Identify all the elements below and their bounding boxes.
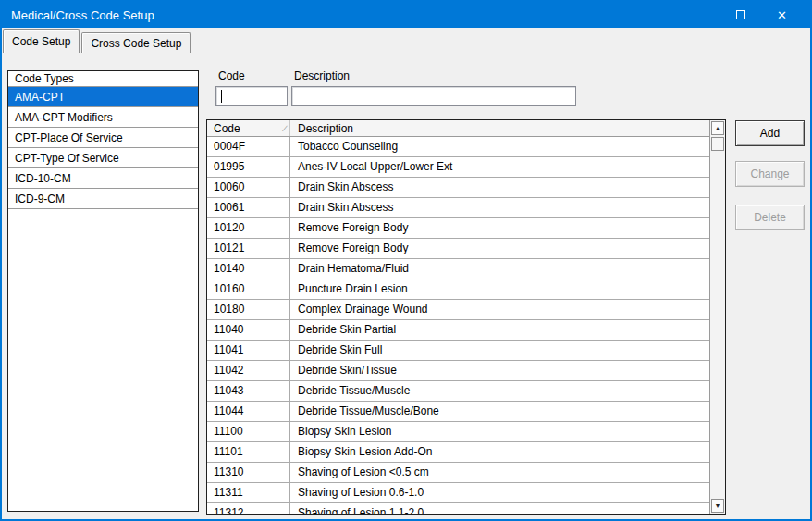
scroll-up-button[interactable]: ▲ [711,121,724,135]
delete-button: Delete [735,205,805,230]
code-input[interactable] [215,86,288,106]
description-label: Description [294,69,350,82]
table-row[interactable]: 10061Drain Skin Abscess [207,198,709,218]
table-row[interactable]: 11311Shaving of Lesion 0.6-1.0 [207,483,709,503]
code-types-list: Code Types AMA-CPTAMA-CPT ModifiersCPT-P… [7,70,199,512]
cell-code: 10061 [207,198,290,217]
title-bar: Medical/Cross Code Setup ✕ [2,2,810,28]
column-header-code[interactable]: Code ∕ [207,120,290,136]
table-row[interactable]: 11310Shaving of Lesion <0.5 cm [207,463,709,483]
close-icon: ✕ [777,9,787,21]
table-row[interactable]: 11100Biopsy Skin Lesion [207,422,709,442]
window-title: Medical/Cross Code Setup [2,8,154,22]
scroll-up-icon: ▲ [715,125,721,131]
table-row[interactable]: 10180Complex Drainage Wound [207,300,709,320]
table-row[interactable]: 10140Drain Hematoma/Fluid [207,259,709,279]
table-row[interactable]: 11041Debride Skin Full [207,341,709,361]
table-body: 0004FTobacco Counseling01995Anes-IV Loca… [207,137,709,514]
table-row[interactable]: 11043Debride Tissue/Muscle [207,381,709,402]
cell-code: 10160 [207,279,290,299]
maximize-icon [736,10,745,19]
description-input[interactable] [291,86,576,106]
code-type-cpt-place-of-service[interactable]: CPT-Place Of Service [8,128,198,148]
add-button[interactable]: Add [735,120,805,146]
cell-code: 10120 [207,218,290,238]
table-row[interactable]: 0004FTobacco Counseling [207,137,709,157]
cell-description: Biopsy Skin Lesion [290,422,709,441]
cell-description: Drain Skin Abscess [290,178,709,197]
code-type-ama-cpt[interactable]: AMA-CPT [8,87,198,107]
change-button: Change [735,161,805,187]
code-type-ama-cpt-modifiers[interactable]: AMA-CPT Modifiers [8,107,198,128]
cell-description: Shaving of Lesion <0.5 cm [290,463,709,482]
tab-code-setup[interactable]: Code Setup [3,29,80,53]
close-button[interactable]: ✕ [761,2,803,28]
cell-code: 11100 [207,422,290,441]
table-row[interactable]: 11101Biopsy Skin Lesion Add-On [207,442,709,463]
cell-description: Biopsy Skin Lesion Add-On [290,442,709,462]
cell-code: 11310 [207,463,290,482]
scroll-down-icon: ▼ [715,502,721,509]
column-header-description[interactable]: Description [290,120,709,136]
table-row[interactable]: 11044Debride Tissue/Muscle/Bone [207,402,709,422]
tab-cross-code-setup[interactable]: Cross Code Setup [81,32,191,53]
dialog-window: Medical/Cross Code Setup ✕ Code SetupCro… [0,0,812,521]
table-row[interactable]: 11312Shaving of Lesion 1.1-2.0 [207,503,709,514]
cell-description: Remove Foreign Body [290,239,709,258]
sort-ascending-icon: ∕ [284,124,286,133]
cell-code: 11311 [207,483,290,502]
cell-description: Debride Tissue/Muscle [290,381,709,401]
vertical-scrollbar[interactable]: ▲ ▼ [709,120,725,514]
cell-code: 11312 [207,503,290,514]
code-types-header: Code Types [8,71,198,87]
cell-code: 11044 [207,402,290,421]
window-controls: ✕ [720,2,803,28]
table-row[interactable]: 11042Debride Skin/Tissue [207,361,709,381]
code-type-icd-9-cm[interactable]: ICD-9-CM [8,189,198,209]
cell-description: Complex Drainage Wound [290,300,709,319]
scrollbar-thumb[interactable] [711,137,724,151]
codes-table: Code ∕ Description 0004FTobacco Counseli… [206,119,726,515]
cell-description: Tobacco Counseling [290,137,709,156]
cell-description: Drain Hematoma/Fluid [290,259,709,279]
table-row[interactable]: 01995Anes-IV Local Upper/Lower Ext [207,157,709,178]
table-row[interactable]: 10121Remove Foreign Body [207,239,709,259]
cell-description: Anes-IV Local Upper/Lower Ext [290,157,709,177]
table-header: Code ∕ Description [207,120,709,137]
cell-code: 10140 [207,259,290,279]
cell-code: 10121 [207,239,290,258]
cell-description: Drain Skin Abscess [290,198,709,217]
table-row[interactable]: 10120Remove Foreign Body [207,218,709,239]
cell-description: Debride Tissue/Muscle/Bone [290,402,709,421]
cell-code: 11101 [207,442,290,462]
cell-description: Shaving of Lesion 0.6-1.0 [290,483,709,502]
cell-description: Debride Skin/Tissue [290,361,709,380]
table-row[interactable]: 11040Debride Skin Partial [207,320,709,341]
cell-code: 01995 [207,157,290,177]
cell-description: Debride Skin Full [290,341,709,360]
maximize-button[interactable] [720,2,761,28]
code-type-cpt-type-of-service[interactable]: CPT-Type Of Service [8,148,198,168]
cell-code: 10060 [207,178,290,197]
scroll-down-button[interactable]: ▼ [711,499,724,513]
cell-description: Shaving of Lesion 1.1-2.0 [290,503,709,514]
tab-bar: Code SetupCross Code Setup [3,29,191,53]
cell-code: 11041 [207,341,290,360]
cell-code: 10180 [207,300,290,319]
cell-code: 0004F [207,137,290,156]
code-label: Code [218,69,245,82]
cell-code: 11040 [207,320,290,340]
table-row[interactable]: 10160Puncture Drain Lesion [207,279,709,300]
table-row[interactable]: 10060Drain Skin Abscess [207,178,709,198]
cell-code: 11043 [207,381,290,401]
cell-description: Puncture Drain Lesion [290,279,709,299]
cell-code: 11042 [207,361,290,380]
cell-description: Debride Skin Partial [290,320,709,340]
text-caret [221,90,222,103]
cell-description: Remove Foreign Body [290,218,709,238]
code-type-icd-10-cm[interactable]: ICD-10-CM [8,168,198,189]
